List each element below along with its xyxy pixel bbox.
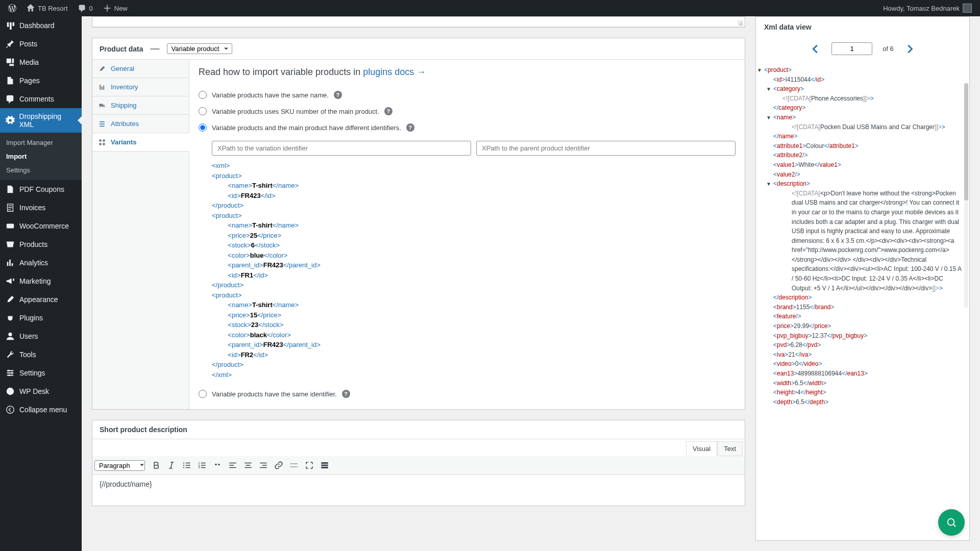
bold-button[interactable] xyxy=(149,458,163,472)
menu-comments[interactable]: Comments xyxy=(0,90,82,108)
new-content[interactable]: New xyxy=(99,4,132,12)
align-center-button[interactable] xyxy=(241,458,255,472)
pin-icon xyxy=(5,39,15,49)
ol-button[interactable]: 123 xyxy=(195,458,209,472)
admin-bar: TB Resort 0 New Howdy, Tomasz Bednarek xyxy=(0,0,980,16)
svg-point-13 xyxy=(183,467,184,468)
woo-icon xyxy=(5,221,15,231)
record-input[interactable] xyxy=(831,42,872,55)
xpath-variation-input[interactable] xyxy=(212,141,471,156)
menu-wpdesk[interactable]: WP Desk xyxy=(0,382,82,400)
product-type-select[interactable]: Variable product xyxy=(167,43,232,54)
menu-collapse[interactable]: Collapse menu xyxy=(0,400,82,419)
radio-same-name[interactable] xyxy=(199,91,207,99)
menu-woocommerce[interactable]: WooCommerce xyxy=(0,217,82,235)
panel-toggle[interactable]: — xyxy=(151,43,160,54)
xpath-parent-input[interactable] xyxy=(476,141,736,156)
menu-settings[interactable]: Settings xyxy=(0,364,82,382)
svg-rect-7 xyxy=(99,139,101,141)
opt4-label: Variable products have the same identifi… xyxy=(212,390,337,398)
editor-toolbar: Paragraph 123 xyxy=(92,456,745,475)
menu-analytics[interactable]: Analytics xyxy=(0,254,82,272)
product-data-title: Product data xyxy=(100,45,143,53)
ul-button[interactable] xyxy=(180,458,194,472)
svg-rect-9 xyxy=(99,143,101,145)
next-record[interactable] xyxy=(904,43,915,55)
wp-logo[interactable] xyxy=(4,4,20,12)
menu-invoices[interactable]: Invoices xyxy=(0,198,82,217)
menu-appearance[interactable]: Appearance xyxy=(0,290,82,309)
opt1-label: Variable products have the same name. xyxy=(212,91,329,99)
pdf-icon xyxy=(5,184,15,194)
record-total: of 6 xyxy=(883,45,894,53)
sub-import[interactable]: Import xyxy=(0,149,82,163)
svg-point-11 xyxy=(183,462,184,463)
intro-text: Read how to import variable products in … xyxy=(199,67,736,78)
sub-import-manager[interactable]: Import Manager xyxy=(0,136,82,149)
menu-pdf-coupons[interactable]: PDF Coupons xyxy=(0,180,82,198)
align-right-button[interactable] xyxy=(256,458,271,472)
editor-visual[interactable]: Visual xyxy=(686,441,717,456)
align-left-button[interactable] xyxy=(226,458,240,472)
svg-point-12 xyxy=(183,465,184,466)
tab-inventory[interactable]: Inventory xyxy=(92,78,189,96)
products-icon xyxy=(5,239,15,249)
product-tabs: General Inventory Shipping Attributes Va… xyxy=(92,60,189,409)
menu-media[interactable]: Media xyxy=(0,53,82,71)
caret-icon[interactable]: ▼ xyxy=(766,180,771,188)
menu-posts[interactable]: Posts xyxy=(0,35,82,53)
svg-point-4 xyxy=(8,374,10,377)
tab-shipping[interactable]: Shipping xyxy=(92,96,189,115)
menu-tools[interactable]: Tools xyxy=(0,345,82,364)
help-icon[interactable]: ? xyxy=(334,91,342,99)
page-icon xyxy=(5,76,15,86)
menu-dashboard[interactable]: Dashboard xyxy=(0,16,82,35)
help-icon[interactable]: ? xyxy=(406,123,414,132)
xml-data-view: Xml data view of 6 ▼<product> <id>I41150… xyxy=(755,16,970,541)
link-button[interactable] xyxy=(272,458,286,472)
svg-point-6 xyxy=(7,406,14,413)
help-fab[interactable] xyxy=(938,509,965,536)
xml-tree: ▼<product> <id>I4115044</id> ▼<category>… xyxy=(756,65,969,417)
quote-button[interactable] xyxy=(210,458,225,472)
docs-link[interactable]: plugins docs → xyxy=(363,67,426,77)
radio-diff-id[interactable] xyxy=(199,123,207,132)
svg-point-5 xyxy=(7,388,14,395)
tab-general[interactable]: General xyxy=(92,60,189,78)
prev-record[interactable] xyxy=(810,43,821,55)
site-home[interactable]: TB Resort xyxy=(22,4,72,12)
sub-settings[interactable]: Settings xyxy=(0,163,82,177)
site-name: TB Resort xyxy=(38,5,68,12)
radio-same-id[interactable] xyxy=(199,390,207,398)
fullscreen-button[interactable] xyxy=(302,458,316,472)
editor-text[interactable]: Text xyxy=(717,441,743,456)
user-howdy[interactable]: Howdy, Tomasz Bednarek xyxy=(879,4,976,13)
caret-icon[interactable]: ▼ xyxy=(766,85,771,93)
format-select[interactable]: Paragraph xyxy=(94,460,145,471)
resize-handle[interactable] xyxy=(92,17,745,27)
comments-count[interactable]: 0 xyxy=(74,4,97,12)
svg-point-1 xyxy=(8,333,12,336)
more-button[interactable] xyxy=(287,458,301,472)
xml-view-title: Xml data view xyxy=(756,17,969,37)
menu-pages[interactable]: Pages xyxy=(0,71,82,90)
help-icon[interactable]: ? xyxy=(342,390,350,398)
menu-dropshipping[interactable]: Dropshipping XML xyxy=(0,108,82,133)
menu-plugins[interactable]: Plugins xyxy=(0,309,82,327)
radio-sku[interactable] xyxy=(199,107,207,115)
menu-users[interactable]: Users xyxy=(0,327,82,345)
caret-icon[interactable]: ▼ xyxy=(766,114,771,122)
toolbar-toggle-button[interactable] xyxy=(317,458,332,472)
menu-marketing[interactable]: Marketing xyxy=(0,272,82,290)
wrench-icon xyxy=(5,349,15,360)
tab-variants[interactable]: Variants xyxy=(92,133,189,152)
caret-icon[interactable]: ▼ xyxy=(757,66,762,74)
opt3-label: Variable products and the main product h… xyxy=(212,124,401,132)
avatar xyxy=(963,4,972,13)
media-icon xyxy=(5,57,15,67)
editor-body[interactable]: {//product/name} xyxy=(92,475,745,506)
menu-products[interactable]: Products xyxy=(0,235,82,254)
help-icon[interactable]: ? xyxy=(384,107,393,115)
tab-attributes[interactable]: Attributes xyxy=(92,115,189,133)
italic-button[interactable] xyxy=(164,458,179,472)
